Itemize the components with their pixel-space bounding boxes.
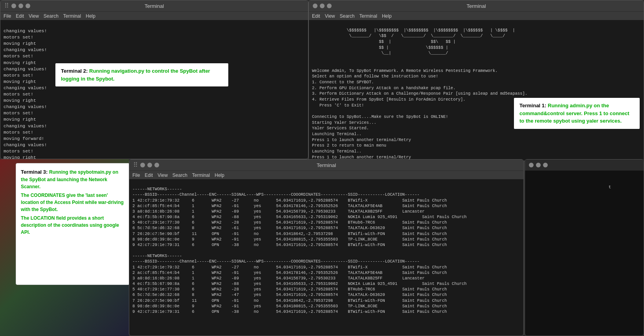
terminal-window-2: Terminal Edit View Search Terminal Help … xyxy=(308,0,644,161)
menu-help-1[interactable]: Help xyxy=(86,13,95,19)
terminal-title-2: Terminal xyxy=(466,3,486,9)
traffic-lights-4 xyxy=(140,163,159,167)
minimize-button-4[interactable] xyxy=(147,163,152,167)
maximize-button-1[interactable] xyxy=(26,4,30,8)
network-row-2-6: 6 5c:7d:5e:d6:32:68 8 WPA2 -47 yes 54.03… xyxy=(132,292,447,297)
minimize-button-5[interactable] xyxy=(536,163,541,167)
network-row-1-5: 5 40:c7:29:1e:77:30 6 WPA2 -28 yes 54.03… xyxy=(132,220,447,225)
terminal-output-5: t xyxy=(528,185,611,189)
annotation-box-3: Terminal 3: Running the spybotmain.py on… xyxy=(16,163,130,285)
minimize-button-2[interactable] xyxy=(320,4,325,8)
annotation-3-coords: The COORDINATES give the 'last seen' loc… xyxy=(21,192,125,213)
close-button-1[interactable] xyxy=(11,4,16,8)
terminal-titlebar-1: ⠿ Terminal xyxy=(0,0,308,11)
menu-search-4[interactable]: Search xyxy=(172,173,187,178)
close-button-4[interactable] xyxy=(140,163,145,167)
terminal-menubar-2: Edit View Search Terminal Help xyxy=(309,11,644,20)
close-button-5[interactable] xyxy=(529,163,534,167)
menu-terminal-4[interactable]: Terminal xyxy=(192,173,210,178)
terminal-window-5: t xyxy=(525,159,644,336)
menu-help-2[interactable]: Help xyxy=(382,13,392,19)
terminal-menubar-4: File Edit View Search Terminal Help xyxy=(129,171,523,179)
annotation-1: Terminal 1: Running admin.py on the comm… xyxy=(514,98,640,129)
welcome-text: Welcome Admin, To SpyBot Framework. A Re… xyxy=(312,68,527,161)
terminal-content-1: changing values! motors set! moving righ… xyxy=(0,20,308,159)
network-row-2-5: 5 40:c7:29:1e:77:30 6 WPA2 -28 yes 54.03… xyxy=(132,287,447,292)
network-row-2-4: 4 ec:f3:5b:67:90:8a 6 WPA2 -88 yes 54.03… xyxy=(132,281,467,286)
network-row-1-8: 8 98:de:d0:39:8c:0e 9 WPA2 -91 yes 54.03… xyxy=(132,237,447,242)
menu-terminal-1[interactable]: Terminal xyxy=(63,13,81,19)
network-row-1-1: 1 42:c7:29:1e:79:32 6 WPA2 -27 no 54.034… xyxy=(132,198,447,203)
annotation-3-location: The LOCATION field provides a short desc… xyxy=(21,215,125,236)
maximize-button-2[interactable] xyxy=(327,4,332,8)
terminal-titlebar-5 xyxy=(525,160,644,171)
network-row-1-2: 2 ac:cf:85:f5:e4:b4 1 WPA2 -91 yes 54.03… xyxy=(132,204,447,208)
annotation-2-label: Terminal 2: xyxy=(61,68,89,74)
network-row-1-9: 9 42:c7:29:1e:79:31 6 OPN -38 no 54.0341… xyxy=(132,242,447,247)
menu-view-1[interactable]: View xyxy=(29,13,39,19)
ascii-art: \$$$$$$$ |\$$$$$$$$ |\$$$$$$$$ |\$$$$$$$… xyxy=(312,28,515,56)
menu-edit-4[interactable]: Edit xyxy=(145,173,153,178)
close-button-2[interactable] xyxy=(313,4,317,8)
network-row-2-2: 2 ac:cf:85:f5:e4:b4 1 WPA2 -91 yes 54.03… xyxy=(132,270,447,275)
menu-help-4[interactable]: Help xyxy=(215,173,224,178)
menu-view-4[interactable]: View xyxy=(158,173,168,178)
terminal-title-4: Terminal xyxy=(317,162,336,168)
terminal-titlebar-2: Terminal xyxy=(309,0,644,11)
menu-file-4[interactable]: File xyxy=(132,173,140,178)
menu-search-1[interactable]: Search xyxy=(44,13,59,19)
menu-terminal-2[interactable]: Terminal xyxy=(360,13,377,19)
maximize-button-5[interactable] xyxy=(543,163,548,167)
network-row-1-4: 4 ec:f3:5b:67:90:8a 6 WPA2 -88 yes 54.03… xyxy=(132,215,467,219)
menu-search-2[interactable]: Search xyxy=(339,13,354,19)
network-header-2: ------NETWORKS------ xyxy=(132,253,182,258)
traffic-lights-5 xyxy=(529,163,548,167)
traffic-lights-2 xyxy=(313,4,332,8)
network-columns-1: -----BSSID---------Channel-----ENC------… xyxy=(132,192,420,197)
menu-edit-2[interactable]: Edit xyxy=(312,13,320,19)
terminal-titlebar-4: ⠿ Terminal xyxy=(129,160,523,171)
network-row-2-7: 7 26:20:c7:5e:90:bf 11 OPN -91 no 54.034… xyxy=(132,298,447,303)
drag-handle: ⠿ xyxy=(4,2,9,10)
terminal-menubar-1: File Edit View Search Terminal Help xyxy=(0,11,308,20)
drag-handle-4: ⠿ xyxy=(133,161,138,169)
terminal-title-1: Terminal xyxy=(145,3,164,9)
network-row-2-3: 3 a0:8d:16:8b:26:08 1 WPA2 -89 yes 54.03… xyxy=(132,276,425,281)
terminal-content-5: t xyxy=(525,171,644,336)
terminal-content-2: \$$$$$$$ |\$$$$$$$$ |\$$$$$$$$ |\$$$$$$$… xyxy=(309,20,644,161)
terminal-content-4: ------NETWORKS------ -----BSSID---------… xyxy=(129,179,523,336)
network-row-2-8: 8 98:de:d0:39:8c:0e 9 WPA2 -91 yes 54.03… xyxy=(132,304,447,308)
network-header-1: ------NETWORKS------ xyxy=(132,187,182,191)
network-row-1-3: 3 a0:8d:16:8b:26:08 1 WPA2 -89 yes 54.03… xyxy=(132,209,425,214)
annotation-2: Terminal 2: Running navigation.py to con… xyxy=(55,63,228,86)
menu-file-1[interactable]: File xyxy=(4,13,11,19)
network-row-2-9: 9 42:c7:29:1e:79:31 6 OPN -38 no 54.0341… xyxy=(132,309,447,314)
network-row-1-6: 6 5c:7d:5e:d6:32:68 8 WPA2 -61 yes 54.03… xyxy=(132,226,447,230)
terminal-output-1: changing values! motors set! moving righ… xyxy=(4,28,47,159)
network-columns-2: -----BSSID---------Channel-----ENC------… xyxy=(132,259,420,264)
traffic-lights-1 xyxy=(11,4,30,8)
minimize-button-1[interactable] xyxy=(18,4,23,8)
annotation-3-label: Terminal 3: xyxy=(21,169,49,175)
menu-view-2[interactable]: View xyxy=(325,13,335,19)
terminal-window-1: ⠿ Terminal File Edit View Search Termina… xyxy=(0,0,308,159)
annotation-1-label: Terminal 1: xyxy=(519,103,548,108)
network-row-1-7: 7 26:20:c7:5e:90:bf 11 OPN -91 no 54.034… xyxy=(132,231,447,236)
network-row-2-1: 1 42:c7:29:1e:79:32 6 WPA2 -27 no 54.034… xyxy=(132,265,447,270)
menu-edit-1[interactable]: Edit xyxy=(16,13,24,19)
maximize-button-4[interactable] xyxy=(154,163,159,167)
terminal-window-4: ⠿ Terminal File Edit View Search Termina… xyxy=(129,159,524,336)
